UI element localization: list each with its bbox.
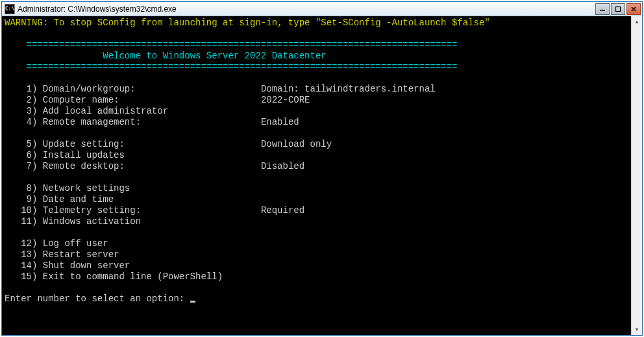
menu-list: 1) Domain/workgroup: Domain: tailwindtra…: [5, 84, 628, 282]
cmd-icon: C:\: [5, 4, 15, 14]
menu-item[interactable]: 13) Restart server: [5, 249, 628, 260]
menu-item[interactable]: 15) Exit to command line (PowerShell): [5, 271, 628, 282]
menu-item[interactable]: 14) Shut down server: [5, 260, 628, 271]
scroll-up-button[interactable]: ▲: [632, 16, 642, 27]
menu-number: 12): [5, 238, 43, 249]
menu-label: Add local administrator: [43, 106, 168, 116]
menu-number: 7): [5, 161, 43, 171]
menu-item[interactable]: 4) Remote management: Enabled: [5, 117, 628, 128]
menu-label: Update setting:: [43, 139, 125, 149]
cursor: [190, 301, 195, 303]
menu-label: Domain/workgroup:: [43, 84, 136, 94]
menu-number: 1): [5, 84, 43, 94]
menu-item[interactable]: 3) Add local administrator: [5, 106, 628, 117]
menu-value: Download only: [261, 139, 332, 149]
console-output[interactable]: WARNING: To stop SConfig from launching …: [2, 16, 631, 335]
maximize-button[interactable]: [611, 3, 625, 15]
minimize-icon: [599, 6, 606, 12]
menu-item: [5, 227, 628, 238]
menu-label: Shut down server: [43, 260, 130, 271]
window-controls: [595, 3, 641, 15]
menu-label: Exit to command line (PowerShell): [43, 271, 223, 282]
menu-value: Enabled: [261, 117, 299, 127]
menu-number: 8): [5, 183, 43, 193]
menu-label: Network settings: [43, 183, 130, 193]
vertical-scrollbar[interactable]: ▲ ▼: [631, 16, 642, 335]
menu-number: 14): [5, 260, 43, 271]
menu-number: 4): [5, 117, 43, 127]
menu-label: Telemetry setting:: [43, 205, 141, 216]
warning-text: WARNING: To stop SConfig from launching …: [5, 18, 490, 28]
menu-number: 11): [5, 216, 43, 227]
close-icon: [630, 6, 637, 12]
menu-label: Remote management:: [43, 117, 141, 127]
menu-item[interactable]: 12) Log off user: [5, 238, 628, 249]
menu-item: [5, 128, 628, 139]
menu-number: 5): [5, 139, 43, 149]
close-button[interactable]: [626, 3, 641, 15]
cmd-window: C:\ Administrator: C:\Windows\system32\c…: [1, 1, 643, 336]
divider-top: ========================================…: [5, 40, 457, 50]
menu-item[interactable]: 10) Telemetry setting: Required: [5, 205, 628, 216]
maximize-icon: [615, 6, 621, 12]
menu-number: 10): [5, 205, 43, 216]
menu-label: Date and time: [43, 194, 114, 205]
menu-label: Log off user: [43, 238, 108, 249]
menu-label: Install updates: [43, 150, 125, 160]
menu-number: 9): [5, 194, 43, 205]
menu-number: 3): [5, 106, 43, 116]
minimize-button[interactable]: [595, 3, 610, 15]
menu-number: 2): [5, 95, 43, 105]
banner-text: Welcome to Windows Server 2022 Datacente…: [5, 51, 327, 61]
menu-item[interactable]: 9) Date and time: [5, 194, 628, 205]
divider-bottom: ========================================…: [5, 62, 457, 72]
console-area: WARNING: To stop SConfig from launching …: [2, 16, 642, 335]
menu-label: Windows activation: [43, 216, 141, 227]
menu-label: Restart server: [43, 249, 119, 260]
menu-value: Disabled: [261, 161, 304, 171]
menu-item[interactable]: 2) Computer name: 2022-CORE: [5, 95, 628, 106]
window-title: Administrator: C:\Windows\system32\cmd.e…: [18, 5, 595, 14]
menu-item[interactable]: 11) Windows activation: [5, 216, 628, 227]
menu-value: 2022-CORE: [261, 95, 310, 105]
menu-item[interactable]: 6) Install updates: [5, 150, 628, 161]
menu-value: Domain: tailwindtraders.internal: [261, 84, 436, 94]
menu-number: 6): [5, 150, 43, 160]
prompt-text: Enter number to select an option:: [5, 293, 190, 304]
menu-number: 13): [5, 249, 43, 260]
menu-item[interactable]: 5) Update setting: Download only: [5, 139, 628, 150]
svg-rect-1: [616, 6, 621, 11]
menu-value: Required: [261, 205, 304, 216]
titlebar[interactable]: C:\ Administrator: C:\Windows\system32\c…: [2, 2, 642, 16]
menu-item[interactable]: 7) Remote desktop: Disabled: [5, 161, 628, 172]
menu-number: 15): [5, 271, 43, 282]
menu-item: [5, 172, 628, 183]
scroll-down-button[interactable]: ▼: [632, 324, 642, 335]
menu-label: Remote desktop:: [43, 161, 125, 171]
menu-label: Computer name:: [43, 95, 119, 105]
menu-item[interactable]: 1) Domain/workgroup: Domain: tailwindtra…: [5, 84, 628, 95]
menu-item[interactable]: 8) Network settings: [5, 183, 628, 194]
